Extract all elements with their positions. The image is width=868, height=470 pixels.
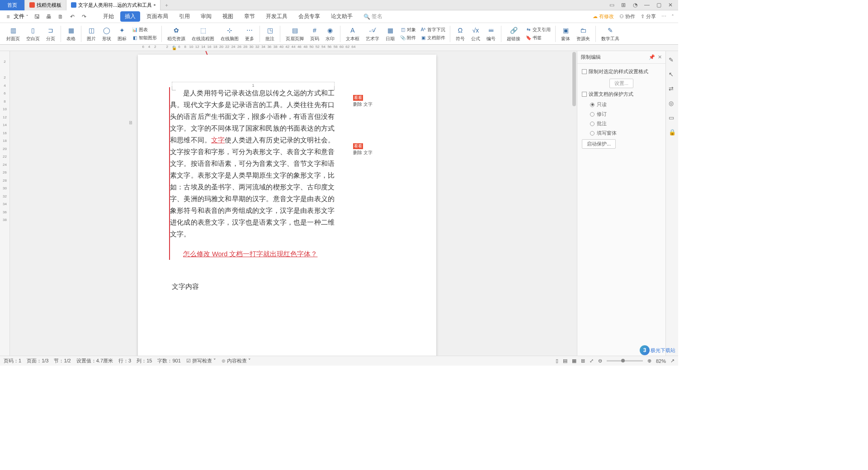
scrollbar-thumb[interactable] xyxy=(572,52,576,106)
date-button[interactable]: ▦日期 xyxy=(383,25,397,43)
collab-button[interactable]: ⚇ 协作 xyxy=(619,13,635,20)
zoom-level[interactable]: 82% xyxy=(656,358,666,364)
cursor-icon[interactable]: ↖ xyxy=(669,71,676,78)
attach-button[interactable]: 📎附件 xyxy=(398,34,418,42)
signature-button[interactable]: 🔍签名 xyxy=(363,11,382,22)
save-icon[interactable]: 🖫 xyxy=(33,13,41,20)
status-page[interactable]: 页码：1 xyxy=(4,357,21,364)
form-button[interactable]: ▣窗体 xyxy=(558,25,573,43)
pencil-icon[interactable]: ✎ xyxy=(669,56,676,64)
hyperlink-button[interactable]: 🔗超链接 xyxy=(504,25,523,43)
grid-icon[interactable]: ⊞ xyxy=(619,1,627,9)
status-words[interactable]: 字数：901 xyxy=(157,357,180,364)
dropcap-button[interactable]: Aᴬ首字下沉 xyxy=(419,26,447,33)
collapse-ribbon[interactable]: ˆ xyxy=(672,14,674,19)
watermark-button[interactable]: ◉水印 xyxy=(323,25,337,43)
radio-comment[interactable]: 批注 xyxy=(590,120,661,127)
layout-icon[interactable]: ▭ xyxy=(608,1,616,9)
redo-icon[interactable]: ↷ xyxy=(80,13,88,20)
status-pages[interactable]: 页面：1/3 xyxy=(27,357,48,364)
radio-readonly[interactable]: 只读 xyxy=(590,101,661,108)
more-menu[interactable]: ⋯ xyxy=(661,14,666,19)
vertical-ruler[interactable]: 22468101214161820222426283032343638 xyxy=(0,51,10,356)
chart-button[interactable]: 📊图表 xyxy=(130,26,159,33)
view-mode-outline[interactable]: ⊞ xyxy=(581,358,585,364)
blank-page-button[interactable]: ▯空白页 xyxy=(24,25,42,43)
status-row[interactable]: 行：3 xyxy=(118,357,131,364)
share-button[interactable]: ⇪ 分享 xyxy=(641,13,656,20)
paragraph-1[interactable]: 是人类用符号记录表达信息以传之久远的方式和工具。现代文字大多是记录语言的工具。人… xyxy=(170,87,335,240)
symbol-button[interactable]: Ω符号 xyxy=(453,25,467,43)
new-tab-button[interactable]: ＋ xyxy=(160,2,173,9)
zoom-out-button[interactable]: ⊖ xyxy=(598,358,602,364)
print-icon[interactable]: 🖶 xyxy=(45,13,52,20)
menu-tab-references[interactable]: 引用 xyxy=(175,11,194,22)
more-button[interactable]: ⋯更多 xyxy=(242,25,257,43)
crossref-button[interactable]: ⇆交叉引用 xyxy=(524,26,552,33)
table-button[interactable]: ▦表格 xyxy=(64,25,78,43)
zoom-slider[interactable] xyxy=(607,360,643,362)
minimize-button[interactable]: — xyxy=(643,1,651,9)
view-mode-read[interactable]: ▤ xyxy=(563,358,567,364)
document-canvas[interactable]: 🗎 1 是人类用符号记录表达信息以传之久远的方式和工具。现代文字大多是记录语言的… xyxy=(10,51,577,356)
menu-tab-dev[interactable]: 开发工具 xyxy=(261,11,292,22)
start-protection-button[interactable]: 启动保护... xyxy=(582,139,616,149)
radio-track[interactable]: 修订 xyxy=(590,111,661,118)
link-howto[interactable]: 怎么修改 Word 文档一打字就出现红色字体？ xyxy=(183,250,317,258)
status-contentcheck[interactable]: ⊙ 内容检查 ˅ xyxy=(222,357,251,364)
smartart-button[interactable]: ◧智能图形 xyxy=(130,34,159,42)
teaching-tools-button[interactable]: ✎数学工具 xyxy=(599,25,622,43)
menu-tab-view[interactable]: 视图 xyxy=(218,11,238,22)
page-content[interactable]: 是人类用符号记录表达信息以传之久远的方式和工具。现代文字大多是记录语言的工具。人… xyxy=(172,87,335,356)
resource-folder-button[interactable]: 🗀资源夹 xyxy=(574,25,593,43)
fullscreen-button[interactable]: ↗ xyxy=(670,358,675,364)
radio-form[interactable]: 填写窗体 xyxy=(590,130,661,136)
comment-button[interactable]: ◳批注 xyxy=(263,25,277,43)
view-mode-web[interactable]: ▦ xyxy=(572,358,576,364)
zoom-in-button[interactable]: ⊕ xyxy=(647,358,651,364)
flowchart-button[interactable]: ⬚在线流程图 xyxy=(189,25,217,43)
shape-button[interactable]: ◯形状 xyxy=(99,25,114,43)
menu-tab-section[interactable]: 章节 xyxy=(240,11,259,22)
textbox-button[interactable]: A文本框 xyxy=(343,25,362,43)
numbering-button[interactable]: ⩸编号 xyxy=(484,25,498,43)
page-break-button[interactable]: ⊐分页 xyxy=(43,25,58,43)
protect-doc-checkbox[interactable]: 设置文档的保护方式 xyxy=(582,91,661,98)
preview-icon[interactable]: 🗎 xyxy=(57,13,64,20)
image-button[interactable]: ◫图片 xyxy=(84,25,99,43)
book-icon[interactable]: ▭ xyxy=(669,114,676,122)
status-section[interactable]: 节：1/2 xyxy=(54,357,71,364)
tab-templates[interactable]: 找稻壳模板 xyxy=(25,0,66,10)
heading[interactable]: 文字内容 xyxy=(172,281,335,292)
file-menu[interactable]: 文件˅ xyxy=(14,13,28,20)
pagenum-button[interactable]: #页码 xyxy=(307,25,322,43)
fit-page-button[interactable]: ⤢ xyxy=(590,358,594,364)
menu-tab-start[interactable]: 开始 xyxy=(99,11,118,22)
mindmap-button[interactable]: ⊹在线脑图 xyxy=(218,25,241,43)
status-position[interactable]: 设置值：4.7厘米 xyxy=(76,357,113,364)
lock-sidebar-icon[interactable]: 🔒 xyxy=(669,129,676,136)
restrict-formatting-checkbox[interactable]: 限制对选定的样式设置格式 xyxy=(582,68,661,75)
wordart-button[interactable]: 𝒜艺术字 xyxy=(363,25,382,43)
menu-tab-member[interactable]: 会员专享 xyxy=(294,11,325,22)
menu-tab-layout[interactable]: 页面布局 xyxy=(142,11,173,22)
revision-balloon-1[interactable]: 看看 删除 文字 xyxy=(353,95,380,108)
menu-tab-insert[interactable]: 插入 xyxy=(120,11,140,22)
paragraph-link[interactable]: 怎么修改 Word 文档一打字就出现红色字体？ xyxy=(170,248,335,260)
target-icon[interactable]: ◎ xyxy=(669,100,676,107)
tab-document[interactable]: 文字是人类用符...远的方式和工具 xyxy=(66,0,160,10)
cover-page-button[interactable]: ▥封面页 xyxy=(4,25,23,43)
hamburger-icon[interactable]: ≡ xyxy=(5,13,12,20)
maximize-button[interactable]: ▢ xyxy=(655,1,663,9)
user-icon[interactable]: ◔ xyxy=(631,1,639,9)
exchange-icon[interactable]: ⇄ xyxy=(669,85,676,93)
close-panel-icon[interactable]: ✕ xyxy=(658,54,662,60)
menu-tab-review[interactable]: 审阅 xyxy=(196,11,216,22)
tab-home[interactable]: 首页 xyxy=(0,0,25,10)
status-col[interactable]: 列：15 xyxy=(137,357,152,364)
menu-tab-thesis[interactable]: 论文助手 xyxy=(326,11,357,22)
close-button[interactable]: ✕ xyxy=(666,1,675,9)
revision-balloon-2[interactable]: 看看 删除 文字 xyxy=(353,143,380,156)
link-wenzi[interactable]: 文字 xyxy=(211,136,225,144)
bookmark-button[interactable]: 🔖书签 xyxy=(524,34,552,42)
